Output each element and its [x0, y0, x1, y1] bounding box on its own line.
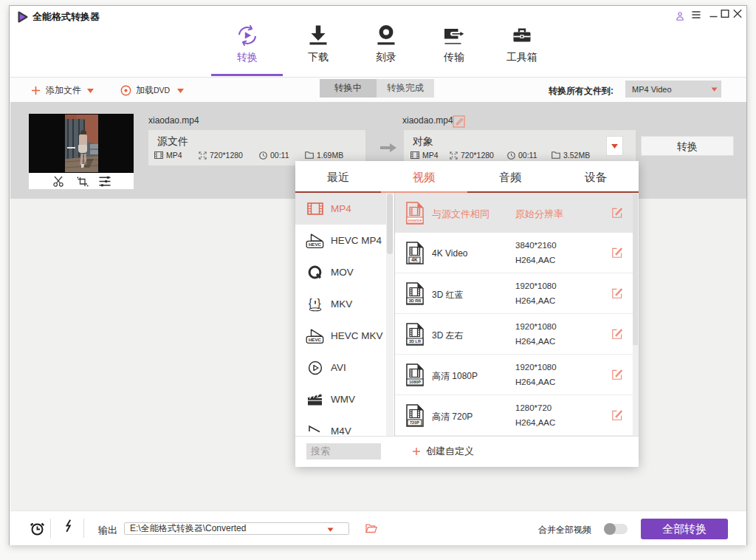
svg-text:HEVC: HEVC [309, 337, 322, 342]
svg-text:{: { [309, 297, 312, 309]
svg-text:3D LR: 3D LR [409, 339, 421, 344]
svg-text:1080P: 1080P [409, 380, 421, 384]
svg-text:HEVC: HEVC [309, 242, 322, 247]
svg-text:}: } [317, 297, 321, 309]
svg-text:3D RB: 3D RB [409, 298, 422, 303]
svg-text:4K: 4K [411, 257, 418, 262]
svg-text:source: source [408, 218, 422, 222]
svg-text:720P: 720P [410, 420, 419, 425]
